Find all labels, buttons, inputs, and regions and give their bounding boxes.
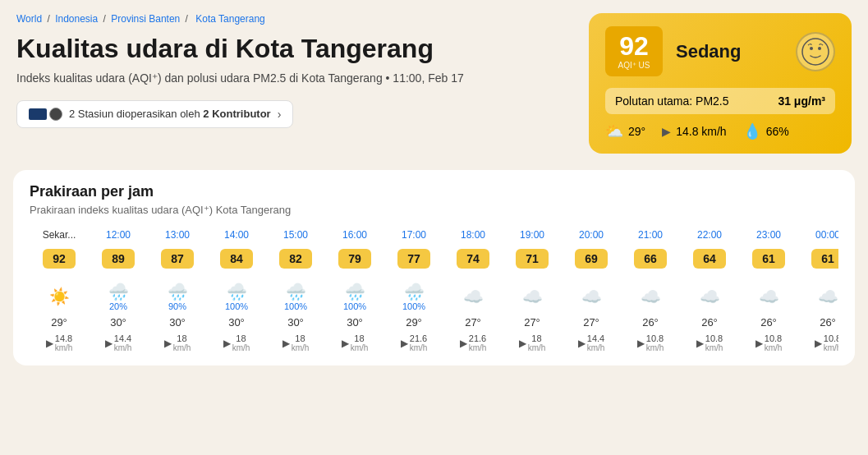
wind-row: ▶ 10.8 km/h — [742, 333, 795, 352]
aqi-number: 92 — [615, 33, 653, 59]
temp-label: 30° — [269, 316, 322, 329]
aqi-chip: 61 — [752, 249, 785, 269]
temp-label: 30° — [151, 316, 204, 329]
temp-label: 30° — [92, 316, 145, 329]
temp-label: 27° — [506, 316, 558, 329]
wind-unit: km/h — [765, 343, 783, 352]
weather-icon: 🌧️ — [345, 282, 365, 301]
humidity-value: 66% — [766, 125, 789, 138]
aqi-chip: 69 — [575, 249, 608, 269]
aqi-chip: 77 — [397, 249, 430, 269]
pollutant-value: 31 μg/m³ — [778, 94, 825, 108]
temp-label: 29° — [33, 316, 85, 329]
wind-speed: 18 — [528, 333, 546, 343]
wind-row: ▶ 18 km/h — [506, 333, 558, 352]
wind-speed: 10.8 — [824, 333, 838, 343]
weather-cell: ☁️ — [447, 280, 499, 313]
wind-speed: 10.8 — [646, 333, 664, 343]
weather-cell: 🌧️ 90% — [151, 280, 204, 313]
forecast-col: 12:00 89 🌧️ 20% 30° ▶ 14.4 km/h — [89, 229, 148, 352]
face-icon — [796, 32, 835, 71]
aqi-chip: 64 — [693, 249, 726, 269]
weather-icon: ☀️ — [49, 287, 70, 306]
page-subtitle: Indeks kualitas udara (AQI⁺) dan polusi … — [16, 71, 572, 87]
rain-percent: 90% — [168, 301, 186, 311]
rain-percent: 100% — [343, 301, 366, 311]
time-label: 15:00 — [269, 229, 322, 244]
rain-percent: 100% — [225, 301, 248, 311]
forecast-col: 19:00 71 ☁️ 27° ▶ 18 km/h — [503, 229, 562, 352]
wind-speed: 21.6 — [469, 333, 487, 343]
temp-label: 26° — [624, 316, 677, 329]
aqi-chip: 74 — [457, 249, 489, 269]
temp-label: 29° — [388, 316, 440, 329]
wind-item: ▶ 14.8 km/h — [662, 125, 726, 138]
svg-point-2 — [818, 47, 821, 50]
weather-cell: 🌧️ 100% — [388, 280, 440, 313]
time-label: Sekar... — [33, 229, 85, 244]
wind-direction-icon: ▶ — [46, 338, 53, 349]
wind-direction-icon: ▶ — [282, 338, 290, 349]
weather-cell: ☁️ — [624, 280, 677, 313]
aqi-chip: 89 — [102, 249, 135, 269]
wind-row: ▶ 14.8 km/h — [33, 333, 85, 352]
wind-row: ▶ 21.6 km/h — [388, 333, 440, 352]
forecast-col: 20:00 69 ☁️ 27° ▶ 14.4 km/h — [562, 229, 621, 352]
weather-icon: ☁️ — [581, 287, 602, 306]
breadcrumb-world[interactable]: World — [16, 13, 42, 25]
wind-speed: 18 — [173, 333, 191, 343]
weather-cell: ☁️ — [565, 280, 618, 313]
time-label: 23:00 — [742, 229, 795, 244]
weather-cell: ☁️ — [742, 280, 795, 313]
forecast-col: 00:00 61 ☁️ 26° ▶ 10.8 km/h — [798, 229, 838, 352]
time-label: 19:00 — [506, 229, 558, 244]
rain-percent: 100% — [284, 301, 307, 311]
wind-unit: km/h — [646, 343, 664, 352]
weather-cell: 🌧️ 100% — [269, 280, 322, 313]
rain-percent: 20% — [109, 301, 127, 311]
wind-row: ▶ 10.8 km/h — [801, 333, 838, 352]
humidity-item: 💧 66% — [743, 122, 789, 140]
wind-row: ▶ 18 km/h — [210, 333, 263, 352]
wind-direction-icon: ▶ — [519, 338, 526, 349]
weather-icon: ☁️ — [700, 287, 720, 306]
forecast-col: 15:00 82 🌧️ 100% 30° ▶ 18 km/h — [266, 229, 325, 352]
page-title: Kualitas udara di Kota Tangerang — [16, 33, 572, 64]
wind-speed: 18 — [292, 333, 310, 343]
temperature-item: ⛅ 29° — [605, 122, 645, 140]
temp-label: 30° — [210, 316, 263, 329]
wind-unit: km/h — [824, 343, 838, 352]
weather-icon: 🌧️ — [286, 282, 306, 301]
weather-icon: 🌧️ — [108, 282, 129, 301]
forecast-col: 17:00 77 🌧️ 100% 29° ▶ 21.6 km/h — [384, 229, 443, 352]
breadcrumb-province[interactable]: Provinsi Banten — [111, 13, 180, 25]
temperature-value: 29° — [628, 125, 645, 138]
weather-cell: 🌧️ 20% — [92, 280, 145, 313]
time-label: 21:00 — [624, 229, 677, 244]
aqi-chip: 71 — [516, 249, 549, 269]
aqi-chip: 92 — [43, 249, 76, 269]
cloud-sun-icon: ⛅ — [605, 122, 623, 140]
weather-row: ⛅ 29° ▶ 14.8 km/h 💧 66% — [605, 122, 835, 140]
temp-label: 26° — [742, 316, 795, 329]
time-label: 00:00 — [801, 229, 838, 244]
wind-value: 14.8 km/h — [676, 125, 726, 138]
wind-direction-icon: ▶ — [460, 338, 467, 349]
aqi-chip: 66 — [634, 249, 667, 269]
forecast-col: Sekar... 92 ☀️ 29° ▶ 14.8 km/h — [30, 229, 89, 352]
aqi-chip: 84 — [220, 249, 253, 269]
breadcrumb-indonesia[interactable]: Indonesia — [55, 13, 98, 25]
wind-row: ▶ 10.8 km/h — [624, 333, 677, 352]
contributors-button[interactable]: 2 Stasiun dioperasikan oleh 2 Kontributo… — [16, 100, 293, 128]
wind-row: ▶ 10.8 km/h — [683, 333, 736, 352]
wind-speed: 18 — [351, 333, 369, 343]
wind-unit: km/h — [292, 343, 310, 352]
wind-speed: 14.4 — [114, 333, 132, 343]
wind-unit: km/h — [410, 343, 428, 352]
wind-direction-icon: ▶ — [105, 338, 113, 349]
weather-cell: 🌧️ 100% — [210, 280, 263, 313]
chevron-right-icon: › — [278, 108, 282, 121]
forecast-col: 18:00 74 ☁️ 27° ▶ 21.6 km/h — [443, 229, 503, 352]
forecast-section: Prakiraan per jam Prakiraan indeks kuali… — [13, 170, 855, 365]
forecast-table[interactable]: Sekar... 92 ☀️ 29° ▶ 14.8 km/h 12:00 89 … — [30, 229, 838, 352]
